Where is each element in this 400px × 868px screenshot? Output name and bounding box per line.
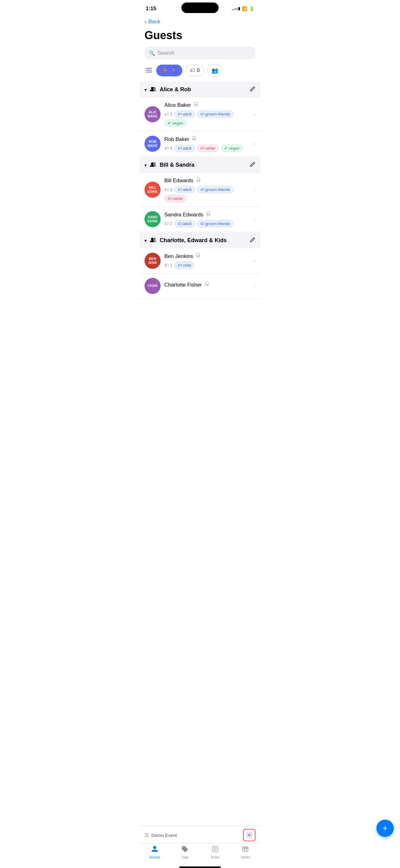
svg-point-24	[153, 238, 156, 240]
status-bar: 1:15 📶 🔋	[139, 0, 261, 16]
svg-rect-31	[206, 285, 206, 287]
tag-count: 🏷 3	[164, 112, 172, 117]
tag-pill: 🏷 adult	[174, 145, 195, 152]
guest-tags: 🏷 1 🏷 child	[164, 262, 251, 269]
tag-pill: 🏷 usher	[197, 145, 219, 152]
tags-filter-pill[interactable]: 🏷 0	[186, 65, 204, 76]
chevron-right-icon: ›	[254, 141, 256, 147]
seat-filter-pill[interactable]: 🪑 🚶	[156, 65, 182, 76]
svg-point-4	[153, 87, 156, 89]
table-row[interactable]: ROB BAKE Rob Baker 🏷 4 🏷 a	[139, 131, 261, 156]
guest-info: Sandra Edwards 🏷 2 🏷 adult🏷 groom-friend…	[164, 211, 251, 227]
table-row[interactable]: BEN JENK Ben Jenkins 🏷 1 🏷	[139, 248, 261, 274]
walk-icon: 🚶	[171, 67, 177, 74]
group-edit-icon[interactable]	[250, 237, 256, 244]
group-people-icon	[150, 86, 157, 93]
notch	[181, 2, 219, 13]
svg-rect-8	[197, 105, 197, 107]
back-label: Back	[148, 19, 160, 25]
svg-rect-6	[194, 104, 198, 105]
svg-rect-25	[197, 253, 200, 256]
avatar: SAND EDWA	[144, 211, 161, 227]
guest-name-row: Bill Edwards	[164, 177, 251, 184]
group-header-charlotte-edward-kids[interactable]: ▾ Charlotte, Edward & Kids	[139, 232, 261, 248]
guest-info: Alice Baker 🏷 3 🏷 adult🏷 groom-friends✔ …	[164, 102, 251, 127]
filter-icon-button[interactable]	[144, 66, 153, 75]
chair-icon	[206, 211, 211, 218]
table-row[interactable]: ALIC BAKE Alice Baker 🏷 3 �	[139, 97, 261, 131]
svg-rect-30	[205, 284, 209, 285]
avatar: ALIC BAKE	[144, 106, 161, 122]
tag-count: 🏷 3	[164, 187, 172, 192]
guest-tags: 🏷 3 🏷 adult🏷 groom-friends🏷 usher	[164, 186, 251, 202]
filter-row: 🪑 🚶 🏷 0 👥	[139, 64, 261, 82]
group-people-icon	[150, 237, 157, 244]
table-row[interactable]: BILL EDWA Bill Edwards 🏷 3	[139, 173, 261, 207]
wifi-icon: 📶	[242, 6, 247, 11]
group-name: Alice & Rob	[160, 86, 191, 93]
chair-icon	[196, 253, 201, 260]
svg-rect-20	[206, 214, 210, 215]
chair-icon	[194, 102, 198, 108]
guest-name-row: Alice Baker	[164, 102, 251, 108]
svg-rect-5	[194, 102, 198, 104]
search-bar[interactable]: 🔍 Search	[144, 47, 256, 59]
guest-name: Alice Baker	[164, 102, 191, 108]
guest-info: Ben Jenkins 🏷 1 🏷 child	[164, 253, 251, 269]
group-header-left: ▾ Charlotte, Edward & Kids	[144, 237, 227, 244]
chevron-right-icon: ›	[254, 283, 256, 289]
back-chevron-icon: ‹	[144, 18, 147, 25]
group-edit-icon[interactable]	[250, 161, 256, 168]
tag-pill: 🏷 groom-friends	[197, 220, 234, 227]
chair-icon	[192, 136, 197, 143]
table-row[interactable]: SAND EDWA Sandra Edwards 🏷 2	[139, 207, 261, 232]
group-chevron-icon: ▾	[144, 238, 147, 243]
svg-rect-22	[209, 215, 210, 216]
svg-rect-29	[205, 282, 208, 284]
tag-pill: 🏷 adult	[174, 220, 195, 227]
group-header-left: ▾ Bill & Sandra	[144, 161, 194, 168]
avatar: BILL EDWA	[144, 182, 161, 198]
group-section-bill-sandra: ▾ Bill & Sandra BILL EDWA Bill Edwards	[139, 157, 261, 232]
tag-pill: ✔ vegan	[221, 145, 243, 152]
svg-rect-32	[207, 285, 208, 287]
tag-pill: 🏷 groom-friends	[197, 111, 234, 118]
svg-rect-28	[199, 256, 199, 258]
svg-rect-10	[192, 139, 196, 140]
back-button[interactable]: ‹ Back	[139, 16, 261, 28]
group-filter-pill[interactable]: 👥	[207, 64, 222, 77]
group-edit-icon[interactable]	[250, 86, 256, 93]
tag-pill: 🏷 adult	[174, 186, 195, 193]
tag-pill: 🏷 adult	[174, 111, 195, 118]
group-header-alice-rob[interactable]: ▾ Alice & Rob	[139, 82, 261, 97]
chair-icon	[196, 177, 201, 184]
svg-point-3	[151, 87, 154, 89]
svg-rect-7	[195, 105, 195, 107]
svg-rect-18	[199, 181, 200, 183]
guest-name-row: Sandra Edwards	[164, 211, 251, 218]
guest-name: Ben Jenkins	[164, 253, 193, 259]
group-header-left: ▾ Alice & Rob	[144, 86, 191, 93]
guest-tags: 🏷 4 🏷 adult🏷 usher✔ vegan	[164, 145, 251, 152]
chevron-right-icon: ›	[254, 216, 256, 223]
svg-rect-1	[146, 70, 152, 70]
svg-point-14	[153, 162, 156, 165]
group-header-bill-sandra[interactable]: ▾ Bill & Sandra	[139, 157, 261, 173]
status-time: 1:15	[146, 6, 156, 12]
table-row[interactable]: CHAR Charlotte Fisher	[139, 274, 261, 299]
svg-point-23	[151, 238, 154, 240]
status-icons: 📶 🔋	[232, 6, 254, 11]
guest-name: Rob Baker	[164, 136, 189, 143]
chair-icon	[204, 282, 209, 288]
svg-rect-2	[146, 72, 152, 72]
chevron-right-icon: ›	[254, 258, 256, 264]
search-input[interactable]: Search	[158, 50, 174, 56]
svg-rect-9	[193, 136, 196, 139]
tag-filter-count: 0	[197, 68, 200, 73]
guest-list-charlotte-edward-kids: BEN JENK Ben Jenkins 🏷 1 🏷	[139, 248, 261, 299]
guest-name: Sandra Edwards	[164, 212, 203, 218]
svg-rect-15	[197, 178, 200, 180]
group-section-alice-rob: ▾ Alice & Rob ALIC BAKE Alice Baker	[139, 82, 261, 156]
guest-list-alice-rob: ALIC BAKE Alice Baker 🏷 3 �	[139, 97, 261, 156]
chevron-right-icon: ›	[254, 111, 256, 118]
